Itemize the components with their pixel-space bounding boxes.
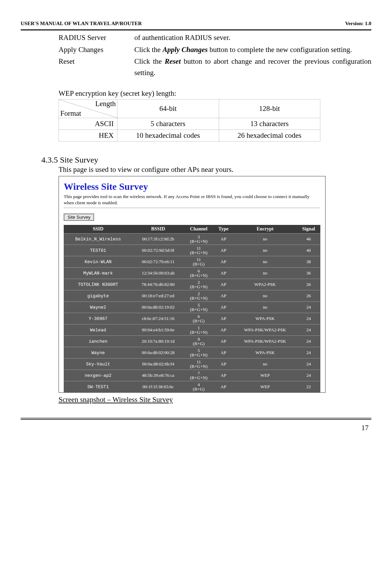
ssid-cell: Belkin_N_Wireless [64, 234, 133, 245]
bssid-cell: c8:6c:87:24:51:16 [133, 313, 184, 324]
wep-cell: 13 characters [219, 118, 320, 130]
signal-cell: 24 [297, 370, 320, 381]
ssid-cell: ianchen [64, 336, 133, 347]
encrypt-cell: WEP [233, 381, 297, 393]
bssid-cell: 12:34:56:00:03:ab [133, 268, 184, 279]
definition-desc: Click the Reset button to abort change a… [134, 56, 371, 78]
channel-cell: 11(B+G) [184, 256, 214, 268]
ssid-cell: nexgen-ap2 [64, 370, 133, 381]
channel-cell: 6(B+G) [184, 313, 214, 324]
channel-cell: 9(B+G) [184, 336, 214, 347]
signal-cell: 22 [297, 381, 320, 393]
table-row: SW-TEST100:1f:1f:38:65:6c4(B+G)APWEP22 [64, 381, 320, 393]
wep-cell: 5 characters [117, 118, 219, 130]
table-row: Wayne200:0a:d8:02:19:025(B+G+N)APno24 [64, 302, 320, 313]
corner-length: Length [95, 100, 116, 108]
signal-cell: 46 [297, 234, 320, 245]
header-rule [21, 30, 371, 31]
signal-cell: 24 [297, 302, 320, 313]
table-row: Y-36967c8:6c:87:24:51:166(B+G)APWPA-PSK2… [64, 313, 320, 324]
signal-cell: 24 [297, 324, 320, 336]
bssid-cell: 00:17:3f:c2:9d:2b [133, 234, 184, 245]
bssid-cell: 48:5b:39:e8:76:ca [133, 370, 184, 381]
wep-row-ascii: ASCII [59, 118, 117, 130]
table-row: nexgen-ap248:5b:39:e8:76:ca7(B+G+N)APWEP… [64, 370, 320, 381]
table-row: Belkin_N_Wireless00:17:3f:c2:9d:2b3(B+G+… [64, 234, 320, 245]
col-channel: Channel [184, 225, 214, 234]
wep-table: Length Format 64-bit 128-bit ASCII 5 cha… [59, 99, 320, 142]
encrypt-cell: no [233, 234, 297, 245]
signal-cell: 24 [297, 359, 320, 370]
divider [64, 208, 320, 208]
header-left: USER'S MANUAL OF WLAN TRAVEL AP/ROUTER [21, 21, 142, 27]
wep-row-hex: HEX [59, 130, 117, 142]
wep-col-64: 64-bit [117, 100, 219, 118]
table-row: Sky-Vault00:0a:d8:02:6b:f411(B+G+N)APno2… [64, 359, 320, 370]
signal-cell: 40 [297, 245, 320, 256]
col-ssid: SSID [64, 225, 133, 234]
ssid-cell: gigabyte [64, 290, 133, 302]
definition-label: Apply Changes [59, 44, 134, 55]
bssid-cell: 90:94:e4:b1:59:6e [133, 324, 184, 336]
ap-results-table: SSID BSSID Channel Type Encrypt Signal B… [64, 225, 320, 392]
ssid-cell: SW-TEST1 [64, 381, 133, 393]
definition-row: RADIUS Serverof authentication RADIUS se… [59, 32, 371, 43]
col-type: Type [214, 225, 233, 234]
channel-cell: 5(B+G+N) [184, 347, 214, 359]
ssid-cell: TOTOLINK N300RT [64, 279, 133, 290]
encrypt-cell: no [233, 290, 297, 302]
signal-cell: 24 [297, 336, 320, 347]
ssid-cell: Wayne2 [64, 302, 133, 313]
type-cell: AP [214, 370, 233, 381]
encrypt-cell: no [233, 359, 297, 370]
channel-cell: 3(B+G+N) [184, 234, 214, 245]
ssid-cell: Kevin-WLAN [64, 256, 133, 268]
table-row: Wayne00:0a:d8:02:90:285(B+G+N)APWPA-PSK2… [64, 347, 320, 359]
channel-cell: 2(B+G+N) [184, 290, 214, 302]
encrypt-cell: WPA2-PSK [233, 279, 297, 290]
bssid-cell: 00:0a:d8:02:6b:f4 [133, 359, 184, 370]
channel-cell: 7(B+G+N) [184, 370, 214, 381]
channel-cell: 4(B+G) [184, 381, 214, 393]
encrypt-cell: no [233, 268, 297, 279]
type-cell: AP [214, 381, 233, 393]
type-cell: AP [214, 290, 233, 302]
encrypt-cell: no [233, 302, 297, 313]
type-cell: AP [214, 313, 233, 324]
signal-cell: 38 [297, 256, 320, 268]
channel-cell: 11(B+G+N) [184, 359, 214, 370]
channel-cell: 5(B+G+N) [184, 302, 214, 313]
signal-cell: 36 [297, 268, 320, 279]
page-number: 17 [21, 424, 371, 432]
signal-cell: 24 [297, 347, 320, 359]
table-row: MyWLAN-mark12:34:56:00:03:ab6(B+G+N)APno… [64, 268, 320, 279]
bssid-cell: 20:10:7a:80:19:1d [133, 336, 184, 347]
channel-cell: 6(B+G+N) [184, 268, 214, 279]
encrypt-cell: WEP [233, 370, 297, 381]
bssid-cell: 00:18:e7:ed:27:ed [133, 290, 184, 302]
signal-cell: 24 [297, 313, 320, 324]
definition-label: RADIUS Server [59, 32, 134, 43]
channel-cell: 11(B+G+N) [184, 245, 214, 256]
header-right: Version: 1.0 [345, 21, 371, 27]
bssid-cell: 00:0a:d8:02:19:02 [133, 302, 184, 313]
corner-format: Format [60, 109, 81, 118]
col-bssid: BSSID [133, 225, 184, 234]
footer-rule [21, 419, 371, 420]
wep-corner-cell: Length Format [59, 100, 117, 118]
definition-label: Reset [59, 56, 134, 78]
table-row: ianchen20:10:7a:80:19:1d9(B+G)APWPA-PSK/… [64, 336, 320, 347]
bssid-cell: 00:0a:d8:02:90:28 [133, 347, 184, 359]
type-cell: AP [214, 359, 233, 370]
bssid-cell: 00:02:72:70:e6:11 [133, 256, 184, 268]
table-row: TOTOLINK N300RT78:44:76:d6:82:802(B+G+N)… [64, 279, 320, 290]
channel-cell: 2(B+G+N) [184, 279, 214, 290]
site-survey-button[interactable]: Site Survey [64, 214, 94, 221]
bssid-cell: 00:02:72:9d:5d:9f [133, 245, 184, 256]
definition-row: ResetClick the Reset button to abort cha… [59, 56, 371, 78]
bssid-cell: 78:44:76:d6:82:80 [133, 279, 184, 290]
encrypt-cell: WPA-PSK/WPA2-PSK [233, 324, 297, 336]
survey-description: This page provides tool to scan the wire… [64, 194, 320, 206]
ssid-cell: MyWLAN-mark [64, 268, 133, 279]
type-cell: AP [214, 302, 233, 313]
